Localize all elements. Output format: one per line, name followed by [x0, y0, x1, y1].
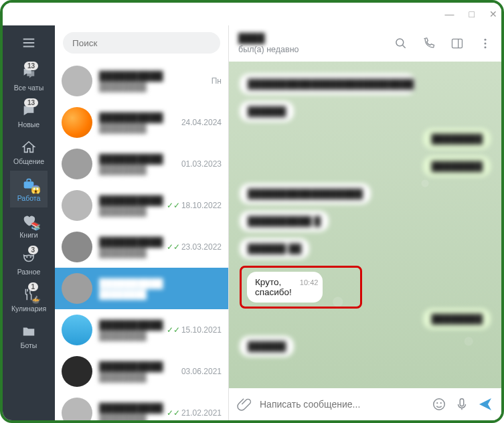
chat-preview: ██████████████████ [99, 71, 207, 92]
chat-list-item[interactable]: ██████████████████ [55, 268, 228, 309]
chat-date: 24.04.2024 [181, 118, 222, 127]
svg-point-8 [434, 399, 445, 410]
chat-preview: ██████████████████ [99, 403, 163, 421]
hamburger-icon [21, 35, 36, 50]
message-bubble[interactable]: ██████████████████████████ [240, 74, 416, 94]
message-row: Круто, спасибо!10:42 [240, 266, 491, 309]
heart-icon: 📚 [19, 213, 38, 229]
svg-point-10 [440, 402, 442, 404]
more-vertical-icon [479, 37, 492, 50]
chat-date: ✓✓18.10.2022 [167, 201, 222, 210]
call-button[interactable] [422, 37, 436, 50]
message-composer [229, 388, 501, 420]
emoji-button[interactable] [432, 397, 446, 412]
window-titlebar: — □ ✕ [3, 3, 501, 25]
svg-point-7 [485, 46, 487, 48]
chat-list-item[interactable]: ██████████████████✓✓15.10.2021 [55, 309, 228, 351]
search-in-chat-button[interactable] [394, 37, 408, 50]
microphone-icon [454, 397, 469, 412]
chat-preview: ██████████████████ [99, 237, 163, 258]
message-input[interactable] [260, 399, 424, 410]
chat-date: ✓✓23.03.2022 [167, 242, 222, 252]
chat-preview: ██████████████████ [99, 278, 218, 299]
message-row: ██████████████████████████ [240, 74, 491, 101]
send-button[interactable] [477, 396, 493, 412]
conversation-header[interactable]: ████ был(а) недавно [229, 25, 501, 62]
message-bubble[interactable]: ██████ [240, 101, 294, 122]
folder-badge: 1 [28, 282, 39, 291]
chat-avatar [62, 232, 92, 262]
chat-list-item[interactable]: ██████████████████✓✓21.02.2021 [55, 392, 228, 420]
folder-folder[interactable]: Боты [10, 318, 48, 355]
message-bubble[interactable]: ████████ [423, 129, 491, 149]
message-row: ████████ [240, 156, 491, 183]
hamburger-menu-button[interactable] [3, 29, 55, 56]
chat-avatar [62, 356, 92, 387]
svg-rect-4 [452, 39, 463, 48]
attach-button[interactable] [237, 397, 252, 412]
side-panel-button[interactable] [450, 37, 464, 50]
send-icon [477, 396, 493, 412]
folder-heart[interactable]: 📚Книги [10, 207, 48, 244]
message-bubble[interactable]: ██████████ █ [240, 211, 329, 232]
message-row: ████████ [240, 309, 491, 336]
smile-icon [432, 397, 446, 412]
message-bubble[interactable]: ██████████████████ [240, 183, 371, 204]
folder-badge: 13 [24, 62, 38, 70]
chat-avatar [62, 315, 92, 345]
chat-preview: ██████████████████ [99, 154, 177, 175]
chat-list-item[interactable]: ██████████████████✓✓23.03.2022 [55, 226, 228, 268]
home-icon [19, 139, 38, 155]
window-minimize-button[interactable]: — [445, 9, 454, 19]
folder-mask[interactable]: 3Разное [10, 244, 48, 281]
conversation-title: ████ [238, 33, 394, 44]
chat-preview: ██████████████████ [99, 361, 177, 382]
message-row: ██████████████████ [240, 183, 491, 211]
more-options-button[interactable] [479, 37, 492, 50]
chat-list-item[interactable]: ██████████████████Пн [55, 60, 228, 102]
message-bubble[interactable]: ██████ ██ [240, 238, 309, 259]
search-input-wrapper[interactable] [63, 32, 220, 54]
chat-avatar [62, 273, 92, 304]
chat-list-item[interactable]: ██████████████████24.04.2024 [55, 102, 228, 143]
message-row: ██████ [240, 336, 491, 363]
work-icon: 😱 [19, 176, 38, 192]
folder-label: Книги [19, 231, 37, 239]
chat-list-item[interactable]: ██████████████████01.03.2023 [55, 143, 228, 185]
message-row: ██████ [240, 101, 491, 129]
conversation-panel: ████ был(а) недавно [229, 25, 501, 420]
message-bubble[interactable]: ██████ [240, 336, 294, 357]
message-bubble[interactable]: Круто, спасибо!10:42 [247, 272, 323, 303]
conversation-status: был(а) недавно [238, 45, 394, 54]
chat-date: ✓✓21.02.2021 [167, 408, 222, 418]
folder-cutlery[interactable]: 🍲1Кулинария [10, 281, 48, 318]
message-row: ████████ [240, 129, 491, 156]
window-close-button[interactable]: ✕ [489, 9, 497, 19]
folder-label: Кулинария [11, 305, 46, 313]
message-text: Круто, спасибо! [255, 277, 292, 297]
chat-list-panel: ██████████████████Пн██████████████████24… [55, 25, 229, 420]
chat-list-item[interactable]: ██████████████████03.06.2021 [55, 351, 228, 392]
folder-label: Новые [18, 120, 39, 129]
chat-avatar [62, 107, 92, 138]
message-bubble[interactable]: ████████ [423, 309, 491, 329]
svg-point-5 [485, 39, 487, 41]
folder-chat[interactable]: 13Новые [10, 97, 48, 134]
chat-list-item[interactable]: ██████████████████✓✓18.10.2022 [55, 185, 228, 226]
folder-home[interactable]: Общение [10, 134, 48, 171]
folders-sidebar: 13Все чаты13НовыеОбщение😱Работа📚Книги3Ра… [3, 25, 55, 420]
folder-badge: 3 [28, 246, 39, 254]
chat-avatar [62, 398, 92, 420]
folder-work[interactable]: 😱Работа [10, 171, 48, 207]
folder-chats[interactable]: 13Все чаты [10, 60, 48, 97]
window-maximize-button[interactable]: □ [469, 9, 475, 19]
voice-button[interactable] [454, 397, 469, 412]
chat-avatar [62, 66, 92, 96]
search-input[interactable] [72, 38, 211, 48]
chat-date: 01.03.2023 [181, 159, 222, 169]
message-bubble[interactable]: ████████ [423, 156, 491, 177]
message-list: ████████████████████████████████████████… [229, 62, 501, 388]
svg-point-3 [396, 39, 404, 46]
search-icon [394, 37, 408, 50]
chat-date: 03.06.2021 [181, 367, 222, 376]
